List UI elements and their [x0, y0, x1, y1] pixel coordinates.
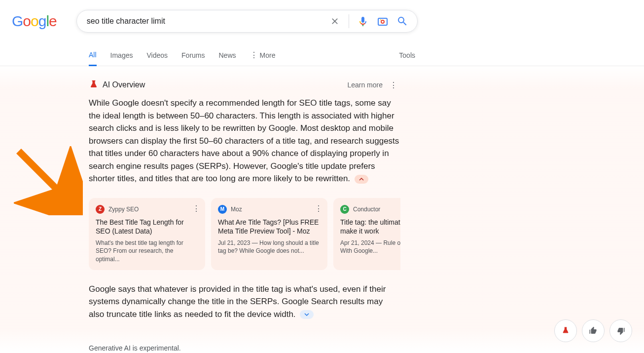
main-content: AI Overview Learn more ⋮ While Google do… — [89, 80, 400, 352]
ai-overview-header: AI Overview Learn more ⋮ — [89, 80, 400, 90]
favicon-icon: C — [340, 205, 349, 214]
thumbs-up-button[interactable] — [582, 319, 605, 342]
card-source: Conductor — [353, 206, 380, 213]
card-title: Title tag: the ultimate guide to make it… — [340, 218, 400, 236]
header: Google — [0, 0, 644, 33]
card-snippet: Jul 21, 2023 — How long should a title t… — [218, 239, 321, 255]
tab-forums[interactable]: Forums — [181, 45, 205, 65]
google-logo[interactable]: Google — [12, 13, 57, 30]
tools-button[interactable]: Tools — [399, 45, 415, 65]
feedback-buttons — [554, 319, 632, 342]
card-title: What Are Title Tags? [Plus FREE Meta Tit… — [218, 218, 321, 236]
search-input[interactable] — [87, 17, 329, 26]
expand-icon[interactable] — [300, 310, 314, 319]
source-cards: Z Zyppy SEO ⋮ The Best Title Tag Length … — [89, 198, 400, 270]
ai-menu-icon[interactable]: ⋮ — [387, 80, 400, 90]
favicon-icon: M — [218, 205, 227, 214]
camera-icon[interactable] — [377, 15, 389, 27]
thumbs-down-button[interactable] — [609, 319, 632, 342]
svg-rect-0 — [378, 18, 387, 25]
svg-rect-3 — [92, 80, 96, 81]
favicon-icon: Z — [96, 205, 105, 214]
source-card[interactable]: C Conductor Title tag: the ultimate guid… — [333, 198, 400, 270]
learn-more-link[interactable]: Learn more — [347, 81, 383, 89]
ai-disclaimer: Generative AI is experimental. — [89, 344, 400, 352]
source-card[interactable]: M Moz ⋮ What Are Title Tags? [Plus FREE … — [211, 198, 327, 270]
card-title: The Best Title Tag Length for SEO (Lates… — [96, 218, 198, 236]
arrow-annotation — [14, 146, 83, 215]
ai-overview-label: AI Overview — [103, 80, 145, 89]
card-snippet: What's the best title tag length for SEO… — [96, 239, 198, 263]
tab-more[interactable]: ⋮ More — [250, 44, 276, 66]
collapse-icon[interactable] — [355, 175, 368, 184]
svg-point-1 — [381, 20, 384, 23]
mic-icon[interactable] — [357, 15, 369, 27]
card-menu-icon[interactable]: ⋮ — [315, 204, 322, 213]
tab-images[interactable]: Images — [110, 45, 133, 65]
clear-icon[interactable] — [329, 15, 341, 27]
svg-point-2 — [380, 19, 381, 20]
card-menu-icon[interactable]: ⋮ — [192, 204, 200, 213]
search-icon[interactable] — [396, 15, 408, 27]
card-source: Zyppy SEO — [108, 206, 139, 213]
ai-text-1: While Google doesn't specify a recommend… — [89, 97, 400, 185]
ai-text-2: Google says that whatever is provided in… — [89, 283, 400, 321]
card-snippet: Apr 21, 2024 — Rule of tag length With G… — [340, 239, 400, 255]
feedback-flask-button[interactable] — [554, 319, 577, 342]
tab-news[interactable]: News — [219, 45, 236, 65]
flask-icon — [89, 80, 99, 90]
tabs-bar: All Images Videos Forums News ⋮ More Too… — [0, 44, 644, 66]
tab-all[interactable]: All — [89, 45, 97, 66]
search-icons — [329, 14, 413, 28]
card-source: Moz — [231, 206, 242, 213]
tab-videos[interactable]: Videos — [146, 45, 168, 65]
source-card[interactable]: Z Zyppy SEO ⋮ The Best Title Tag Length … — [89, 198, 205, 270]
search-bar — [76, 10, 418, 33]
svg-line-4 — [19, 151, 71, 203]
divider — [349, 14, 349, 28]
